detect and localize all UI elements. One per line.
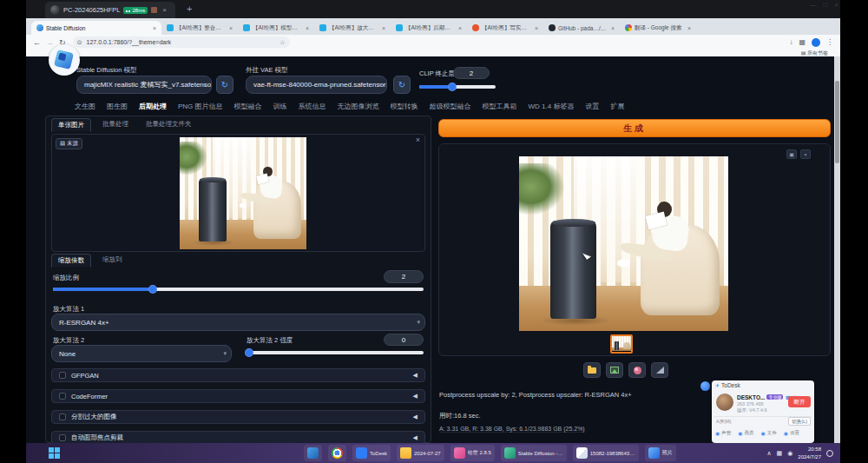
browser-tab[interactable]: 翻译 - Google 搜索 × (620, 21, 696, 35)
browser-tab[interactable]: 【AI绘画】写实模型_哔哩哔哩 × (467, 21, 543, 35)
slider-knob[interactable] (245, 348, 253, 357)
source-dropzone[interactable]: ▤ 来源 × (51, 134, 425, 252)
accordion-checkbox[interactable] (59, 413, 66, 420)
scale-ratio-slider[interactable] (53, 288, 424, 291)
download-icon[interactable]: ↓ (789, 38, 792, 46)
accordion-checkbox[interactable] (59, 434, 66, 441)
page-scrollbar[interactable] (834, 56, 840, 443)
bookmark-star-icon[interactable]: ☆ (279, 39, 285, 46)
upscaler1-dropdown[interactable]: R-ESRGAN 4x+ (51, 314, 425, 331)
todesk-tool-button[interactable]: ◉声音 (715, 430, 731, 436)
tab-close-icon[interactable]: × (306, 25, 309, 31)
upscaler2-strength-value[interactable]: 0 (384, 334, 424, 346)
upscaler2-dropdown[interactable]: None (51, 345, 232, 362)
taskbar-item[interactable]: 绘世 2.8.5 (450, 445, 495, 461)
main-tab[interactable]: 超级模型融合 (430, 102, 471, 111)
browser-tab[interactable]: 【AI绘画】后期处理教程_哔哩哔哩_bilibili × (391, 21, 467, 35)
remote-tab-close-icon[interactable]: × (162, 6, 167, 14)
dropzone-close-icon[interactable]: × (416, 136, 420, 144)
window-maximize-button[interactable]: □ (823, 1, 827, 9)
taskbar-item[interactable]: 2024-07-27 (397, 445, 444, 461)
site-info-icon[interactable]: ⊙ (77, 39, 82, 46)
scale-tab[interactable]: 缩放到 (96, 254, 128, 268)
tab-close-icon[interactable]: × (458, 25, 462, 31)
sub-tab[interactable]: 批量处理 (96, 118, 135, 132)
remote-session-tab[interactable]: PC-20240625HFPL 28ms × (45, 2, 175, 18)
generate-button[interactable]: 生成 (438, 119, 831, 137)
taskbar-item[interactable]: ToDesk (352, 445, 391, 461)
forward-button[interactable]: → (46, 38, 54, 47)
send-to-extras-button[interactable] (651, 362, 668, 378)
main-tab[interactable]: PNG 图片信息 (178, 102, 223, 111)
todesk-tool-button[interactable]: ◉文件 (761, 430, 777, 436)
main-tab[interactable]: 模型转换 (391, 102, 418, 111)
tray-network-icon[interactable]: ▦ (777, 450, 783, 457)
browser-tab[interactable]: 【AI绘画】整合包安装使用教程_哔哩哔哩 × (161, 21, 238, 35)
upscaler2-strength-slider[interactable] (247, 351, 424, 354)
result-image-preview[interactable] (519, 156, 728, 331)
slider-knob[interactable] (148, 285, 157, 294)
menu-icon[interactable]: ⋮ (826, 38, 833, 46)
result-thumbnail[interactable] (610, 334, 633, 354)
clip-skip-value[interactable]: 2 (453, 67, 490, 79)
vae-refresh-button[interactable]: ↻ (393, 76, 411, 94)
browser-tab[interactable]: Stable Diffusion × (31, 21, 161, 35)
main-tab[interactable]: 扩展 (610, 102, 624, 111)
tab-close-icon[interactable]: × (687, 25, 691, 31)
tray-volume-icon[interactable]: ◉ (787, 450, 792, 457)
tab-close-icon[interactable]: × (229, 25, 233, 31)
taskbar-item[interactable]: 照片 (645, 445, 676, 461)
taskbar-item[interactable] (304, 445, 322, 461)
slider-knob[interactable] (448, 83, 457, 91)
window-close-button[interactable]: × (834, 1, 838, 9)
save-image-button[interactable] (606, 362, 623, 378)
start-button[interactable] (49, 447, 60, 459)
taskbar-item[interactable] (328, 445, 346, 461)
main-tab[interactable]: 图生图 (107, 102, 128, 111)
main-tab[interactable]: 模型工具箱 (483, 102, 517, 111)
main-tab[interactable]: 模型融合 (234, 102, 262, 111)
gallery-fullscreen-button[interactable]: ▣ (786, 149, 797, 159)
profile-avatar[interactable] (812, 38, 820, 47)
todesk-floating-ball[interactable] (700, 381, 710, 391)
taskbar-item[interactable]: 15082-1983864364.png (573, 445, 639, 461)
remote-new-tab-button[interactable]: + (187, 3, 192, 14)
tab-close-icon[interactable]: × (611, 25, 615, 31)
extensions-icon[interactable]: ▦ (799, 38, 806, 46)
tray-chevron-icon[interactable]: ∧ (766, 450, 771, 457)
back-button[interactable]: ← (33, 38, 41, 47)
tab-close-icon[interactable]: × (382, 25, 385, 31)
source-image-preview[interactable] (180, 137, 306, 249)
switch-screen-button[interactable]: 切换(L) (788, 417, 811, 426)
tab-close-icon[interactable]: × (535, 25, 538, 31)
open-folder-button[interactable] (583, 362, 601, 378)
address-bar[interactable]: ⊙ 127.0.0.1:7860/?__theme=dark ☆ (73, 36, 290, 48)
scale-ratio-value[interactable]: 2 (384, 270, 424, 283)
notification-bell-icon[interactable] (826, 450, 833, 457)
todesk-tool-button[interactable]: ◉设置 (784, 430, 799, 436)
model-dropdown[interactable]: majicMIX realistic 麦橘写实_v7.safetensors [… (76, 76, 212, 94)
main-tab[interactable]: WD 1.4 标签器 (529, 102, 575, 111)
taskbar-item[interactable]: Stable Diffusion - Setup (501, 445, 567, 461)
window-minimize-button[interactable]: — (809, 1, 816, 9)
all-bookmarks-label[interactable]: ▤ 所有书签 (801, 50, 828, 56)
clip-skip-slider[interactable] (419, 85, 496, 89)
browser-tab[interactable]: 【AI绘画】放大算法对比_哔哩哔哩_bilibili × (314, 21, 391, 35)
accordion-row[interactable]: 分割过大的图像 ◀ (51, 410, 425, 424)
main-tab[interactable]: 文生图 (75, 102, 95, 111)
accordion-row[interactable]: GFPGAN ◀ (51, 368, 425, 382)
sub-tab[interactable]: 单张图片 (51, 118, 91, 132)
taskbar-clock[interactable]: 20:58 2024/7/27 (798, 446, 821, 460)
accordion-checkbox[interactable] (59, 393, 66, 400)
browser-tab[interactable]: GitHub - pada…/SDWebUI × (543, 21, 620, 35)
scrollbar-thumb[interactable] (835, 81, 839, 163)
main-tab[interactable]: 训练 (273, 102, 287, 111)
scale-tab[interactable]: 缩放倍数 (51, 254, 91, 268)
main-tab[interactable]: 系统信息 (299, 102, 326, 111)
accordion-checkbox[interactable] (59, 372, 66, 379)
vae-dropdown[interactable]: vae-ft-mse-840000-ema-pruned.safetensors (246, 76, 387, 94)
main-tab[interactable]: 后期处理 (139, 102, 167, 111)
main-tab[interactable]: 设置 (585, 102, 599, 111)
tab-close-icon[interactable]: × (153, 25, 156, 31)
browser-tab[interactable]: 【AI绘画】模型使用教程_哔哩哔哩_bilibili × (238, 21, 314, 35)
